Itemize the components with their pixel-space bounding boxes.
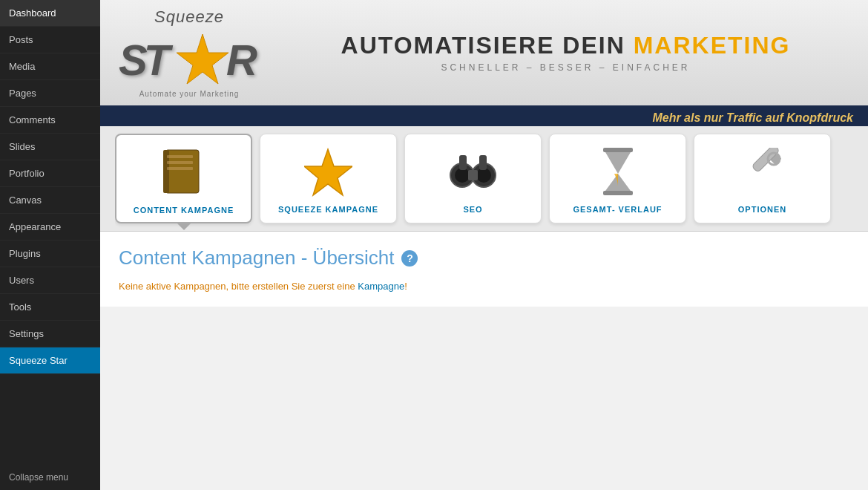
banner-bottom: Mehr als nur Traffic auf Knopfdruck [100, 105, 868, 126]
sidebar-item-canvas[interactable]: Canvas [0, 187, 100, 214]
svg-rect-7 [167, 167, 193, 170]
card-content-kampagne[interactable]: CONTENT KAMPAGNE [115, 134, 252, 223]
content-area: Content Kampagnen - Übersicht ? Keine ak… [100, 232, 868, 307]
sidebar-item-tools[interactable]: Tools [0, 294, 100, 321]
card-active-indicator [177, 223, 191, 230]
sidebar-item-squeeze-star[interactable]: Squeeze Star [0, 347, 100, 374]
svg-text:R: R [226, 36, 257, 84]
sidebar-item-settings[interactable]: Settings [0, 321, 100, 347]
svg-rect-5 [167, 155, 193, 158]
card-label-content-kampagne: CONTENT KAMPAGNE [134, 206, 234, 215]
svg-rect-16 [603, 148, 633, 152]
logo-squeeze-text: Squeeze [154, 7, 224, 27]
headline-main: AUTOMATISIERE DEIN MARKETING [278, 33, 853, 59]
svg-marker-8 [304, 149, 352, 195]
sidebar-item-slides[interactable]: Slides [0, 134, 100, 160]
content-title: Content Kampagnen - Übersicht ? [119, 246, 849, 270]
sidebar-item-media[interactable]: Media [0, 53, 100, 80]
collapse-menu-button[interactable]: Collapse menu [0, 465, 100, 490]
banner: Squeeze ST R Automate your Marketing [100, 0, 868, 126]
content-kampagne-icon [158, 146, 210, 198]
logo-tagline: Automate your Marketing [139, 90, 240, 98]
svg-text:ST: ST [119, 36, 174, 84]
banner-bottom-text: Mehr als nur Traffic auf Knopfdruck [652, 111, 853, 124]
sidebar-item-plugins[interactable]: Plugins [0, 241, 100, 267]
card-label-gesamt-verlauf: GESAMT- VERLAUF [573, 205, 662, 214]
squeeze-kampagne-icon [303, 146, 355, 197]
sidebar-item-appearance[interactable]: Appearance [0, 214, 100, 241]
sidebar-item-comments[interactable]: Comments [0, 107, 100, 134]
card-squeeze-kampagne[interactable]: SQUEEZE KAMPAGNE [260, 134, 397, 223]
svg-rect-17 [603, 191, 633, 195]
logo-star: ST R [115, 27, 263, 94]
seo-icon [447, 146, 499, 197]
banner-top: Squeeze ST R Automate your Marketing [100, 0, 868, 105]
headline-sub: SCHNELLER – BESSER – EINFACHER [278, 62, 853, 73]
svg-rect-6 [167, 161, 193, 164]
no-campaigns-message: Keine aktive Kampagnen, bitte erstellen … [119, 281, 849, 292]
card-optionen[interactable]: OPTIONEN [694, 134, 831, 223]
svg-marker-1 [177, 34, 228, 84]
campaign-link[interactable]: Kampagne [358, 281, 404, 292]
sidebar-item-users[interactable]: Users [0, 267, 100, 294]
sidebar-item-posts[interactable]: Posts [0, 27, 100, 53]
banner-headline: AUTOMATISIERE DEIN MARKETING SCHNELLER –… [278, 33, 853, 73]
help-icon[interactable]: ? [401, 250, 418, 267]
svg-rect-14 [459, 155, 467, 170]
svg-rect-13 [468, 170, 478, 180]
card-label-squeeze-kampagne: SQUEEZE KAMPAGNE [278, 205, 378, 214]
main-content: Squeeze ST R Automate your Marketing [100, 0, 868, 490]
cards-row: CONTENT KAMPAGNESQUEEZE KAMPAGNESEOGESAM… [115, 126, 853, 231]
cards-area: CONTENT KAMPAGNESQUEEZE KAMPAGNESEOGESAM… [100, 126, 868, 232]
card-gesamt-verlauf[interactable]: GESAMT- VERLAUF [549, 134, 686, 223]
sidebar-item-pages[interactable]: Pages [0, 80, 100, 107]
optionen-icon [737, 146, 789, 197]
sidebar-item-portfolio[interactable]: Portfolio [0, 160, 100, 187]
svg-rect-15 [479, 155, 487, 170]
gesamt-verlauf-icon [592, 146, 644, 197]
card-label-optionen: OPTIONEN [738, 205, 786, 214]
sidebar: DashboardPostsMediaPagesCommentsSlidesPo… [0, 0, 100, 490]
card-seo[interactable]: SEO [404, 134, 542, 223]
logo-area: Squeeze ST R Automate your Marketing [115, 7, 263, 98]
card-label-seo: SEO [463, 205, 482, 214]
sidebar-item-dashboard[interactable]: Dashboard [0, 0, 100, 27]
